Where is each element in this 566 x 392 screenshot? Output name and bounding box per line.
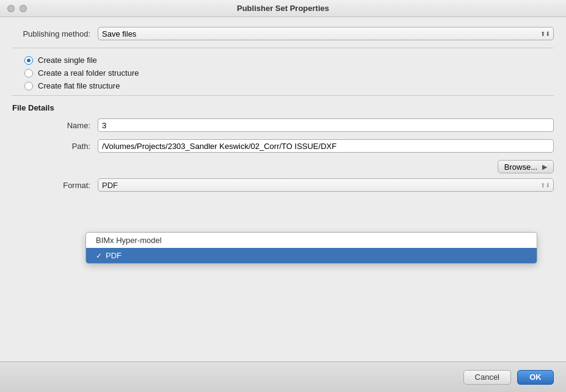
divider-1 xyxy=(12,48,554,48)
dropdown-item-pdf[interactable]: ✓ PDF xyxy=(86,248,537,263)
name-row: Name: xyxy=(12,118,554,132)
radio-flat-file[interactable]: Create flat file structure xyxy=(24,81,554,90)
path-input[interactable] xyxy=(98,139,554,153)
divider-2 xyxy=(12,95,554,96)
publishing-method-label: Publishing method: xyxy=(12,29,98,38)
browse-arrow-icon: ▶ xyxy=(542,163,547,171)
format-dropdown-popup: BIMx Hyper-model ✓ PDF xyxy=(85,232,537,264)
publishing-method-select[interactable]: Save files Email Print xyxy=(98,27,554,40)
radio-real-folder-label: Create a real folder structure xyxy=(38,68,139,78)
dropdown-item-bimx[interactable]: BIMx Hyper-model xyxy=(86,233,537,248)
title-bar: Publisher Set Properties xyxy=(0,0,566,17)
name-input[interactable] xyxy=(98,118,554,132)
format-row: Format: PDF ⬆⬇ xyxy=(12,178,554,192)
radio-single-file[interactable]: Create single file xyxy=(24,56,554,65)
close-button[interactable] xyxy=(7,5,15,12)
radio-single-file-label: Create single file xyxy=(38,56,97,65)
browse-row: Browse... ▶ xyxy=(12,160,554,173)
window-title: Publisher Set Properties xyxy=(237,4,329,13)
radio-flat-file-label: Create flat file structure xyxy=(38,81,120,90)
cancel-button[interactable]: Cancel xyxy=(463,370,511,385)
radio-single-file-input[interactable] xyxy=(24,56,33,65)
browse-button[interactable]: Browse... ▶ xyxy=(498,160,554,173)
radio-real-folder[interactable]: Create a real folder structure xyxy=(24,68,554,78)
path-label: Path: xyxy=(12,142,98,151)
publishing-method-row: Publishing method: Save files Email Prin… xyxy=(12,27,554,40)
dialog-body: Publishing method: Save files Email Prin… xyxy=(0,17,566,209)
radio-real-folder-input[interactable] xyxy=(24,69,33,78)
footer: Cancel OK xyxy=(0,361,566,392)
title-bar-buttons xyxy=(7,5,27,12)
dropdown-bimx-label: BIMx Hyper-model xyxy=(96,236,162,245)
dropdown-pdf-label: PDF xyxy=(106,251,122,260)
radio-flat-file-input[interactable] xyxy=(24,82,33,90)
browse-label: Browse... xyxy=(504,162,537,172)
format-label: Format: xyxy=(12,181,98,190)
file-structure-radio-group: Create single file Create a real folder … xyxy=(12,56,554,90)
publishing-method-select-wrapper: Save files Email Print ⬆⬇ xyxy=(98,27,554,40)
path-row: Path: xyxy=(12,139,554,153)
check-icon: ✓ xyxy=(96,252,102,260)
ok-button[interactable]: OK xyxy=(517,370,554,385)
name-label: Name: xyxy=(12,121,98,130)
minimize-button[interactable] xyxy=(20,5,27,12)
format-select-wrapper: PDF ⬆⬇ xyxy=(98,178,554,192)
format-value: PDF xyxy=(102,181,118,190)
file-details-title: File Details xyxy=(12,103,554,112)
format-select-display[interactable]: PDF xyxy=(98,178,554,192)
